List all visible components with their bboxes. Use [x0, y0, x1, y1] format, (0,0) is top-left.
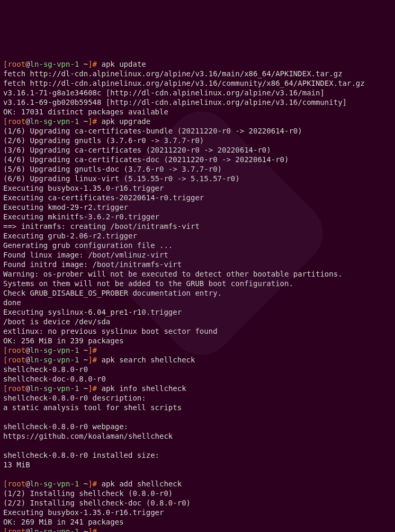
- output-line: (4/6) Upgrading ca-certificates-doc (202…: [3, 155, 289, 164]
- output-line: (1/6) Upgrading ca-certificates-bundle (…: [3, 127, 302, 135]
- prompt-at: @: [25, 346, 30, 354]
- prompt-path: ~: [79, 480, 88, 488]
- output-line: (3/6) Upgrading ca-certificates (2021122…: [3, 146, 271, 154]
- prompt-bracket: ]#: [88, 60, 101, 68]
- prompt-at: @: [25, 356, 30, 364]
- prompt-host: ln-sg-vpn-1: [30, 346, 79, 354]
- prompt-path: ~: [79, 384, 88, 393]
- prompt-host: ln-sg-vpn-1: [30, 384, 79, 393]
- prompt-path: ~: [79, 346, 88, 354]
- prompt-user: root: [7, 527, 25, 532]
- prompt-user: root: [7, 117, 25, 126]
- output-line: Executing grub-2.06-r2.trigger: [3, 232, 137, 240]
- prompt-at: @: [25, 527, 30, 532]
- prompt-at: @: [25, 117, 30, 126]
- output-line: Executing busybox-1.35.0-r16.trigger: [3, 184, 164, 192]
- terminal-output: [root@ln-sg-vpn-1 ~]# apk update fetch h…: [3, 59, 392, 532]
- prompt-path: ~: [79, 527, 88, 532]
- output-line: done: [3, 298, 21, 307]
- output-line: https://github.com/koalaman/shellcheck: [3, 432, 173, 440]
- command-text: apk add shellcheck: [101, 480, 182, 488]
- output-line: Check GRUB_DISABLE_OS_PROBER documentati…: [3, 289, 222, 297]
- output-line: Warning: os-prober will not be executed …: [3, 270, 343, 278]
- command-text: apk info shellcheck: [101, 384, 186, 393]
- command-text: apk upgrade: [101, 117, 150, 126]
- output-line: shellcheck-0.8.0-r0 description:: [3, 394, 146, 402]
- output-line: /boot is device /dev/sda: [3, 317, 110, 326]
- output-line: a static analysis tool for shell scripts: [3, 403, 182, 412]
- prompt-host: ln-sg-vpn-1: [30, 527, 79, 532]
- output-line: Executing kmod-29-r2.trigger: [3, 203, 128, 211]
- output-line: Found linux image: /boot/vmlinuz-virt: [3, 251, 168, 259]
- prompt-bracket: ]#: [88, 117, 101, 126]
- output-line: Executing syslinux-6.04_pre1-r10.trigger: [3, 308, 182, 316]
- output-line: Executing ca-certificates-20220614-r0.tr…: [3, 193, 204, 202]
- output-line: shellcheck-doc-0.8.0-r0: [3, 375, 106, 383]
- output-line: Systems on them will not be added to the…: [3, 279, 293, 288]
- prompt-path: ~: [79, 60, 88, 68]
- prompt-at: @: [25, 60, 30, 68]
- prompt-user: root: [7, 346, 25, 354]
- output-line: shellcheck-0.8.0-r0 webpage:: [3, 422, 128, 431]
- output-line: Executing mkinitfs-3.6.2-r0.trigger: [3, 212, 159, 221]
- output-line: Generating grub configuration file ...: [3, 241, 173, 250]
- output-line: fetch http://dl-cdn.alpinelinux.org/alpi…: [3, 79, 365, 87]
- output-line: Found initrd image: /boot/initramfs-virt: [3, 260, 182, 269]
- prompt-path: ~: [79, 117, 88, 126]
- prompt-bracket: ]#: [88, 527, 101, 532]
- command-text: apk search shellcheck: [101, 356, 195, 364]
- output-line: v3.16.1-71-g8a1e34608c [http://dl-cdn.al…: [3, 88, 325, 97]
- prompt-bracket: ]#: [88, 480, 101, 488]
- output-line: ==> initramfs: creating /boot/initramfs-…: [3, 222, 200, 230]
- output-line: extlinux: no previous syslinux boot sect…: [3, 327, 218, 335]
- prompt-bracket: ]#: [88, 356, 101, 364]
- prompt-bracket: ]#: [88, 346, 101, 354]
- output-line: (5/6) Upgrading gnutls-doc (3.7.6-r0 -> …: [3, 165, 222, 173]
- prompt-path: ~: [79, 356, 88, 364]
- output-line: OK: 17031 distinct packages available: [3, 108, 168, 116]
- output-line: (2/2) Installing shellcheck-doc (0.8.0-r…: [3, 499, 191, 507]
- prompt-at: @: [25, 384, 30, 393]
- output-line: shellcheck-0.8.0-r0: [3, 365, 88, 374]
- output-line: fetch http://dl-cdn.alpinelinux.org/alpi…: [3, 69, 343, 78]
- output-line: 13 MiB: [3, 460, 30, 469]
- output-line: OK: 256 MiB in 239 packages: [3, 336, 124, 345]
- command-text: apk update: [101, 60, 146, 68]
- output-line: OK: 269 MiB in 241 packages: [3, 518, 124, 526]
- output-line: (6/6) Upgrading linux-virt (5.15.55-r0 -…: [3, 174, 240, 183]
- output-line: shellcheck-0.8.0-r0 installed size:: [3, 451, 159, 459]
- prompt-host: ln-sg-vpn-1: [30, 117, 79, 126]
- prompt-host: ln-sg-vpn-1: [30, 356, 79, 364]
- output-line: (1/2) Installing shellcheck (0.8.0-r0): [3, 489, 173, 498]
- prompt-user: root: [7, 480, 25, 488]
- prompt-host: ln-sg-vpn-1: [30, 60, 79, 68]
- prompt-user: root: [7, 356, 25, 364]
- prompt-host: ln-sg-vpn-1: [30, 480, 79, 488]
- prompt-user: root: [7, 60, 25, 68]
- output-line: Executing busybox-1.35.0-r16.trigger: [3, 508, 164, 517]
- prompt-user: root: [7, 384, 25, 393]
- output-line: v3.16.1-69-gb020b59548 [http://dl-cdn.al…: [3, 98, 347, 107]
- prompt-at: @: [25, 480, 30, 488]
- output-line: (2/6) Upgrading gnutls (3.7.6-r0 -> 3.7.…: [3, 136, 204, 145]
- prompt-bracket: ]#: [88, 384, 101, 393]
